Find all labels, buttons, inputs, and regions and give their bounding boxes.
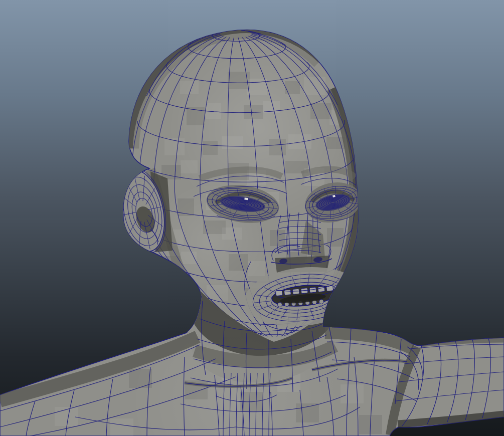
viewport-canvas[interactable] xyxy=(0,0,504,436)
viewport[interactable] xyxy=(0,0,504,436)
